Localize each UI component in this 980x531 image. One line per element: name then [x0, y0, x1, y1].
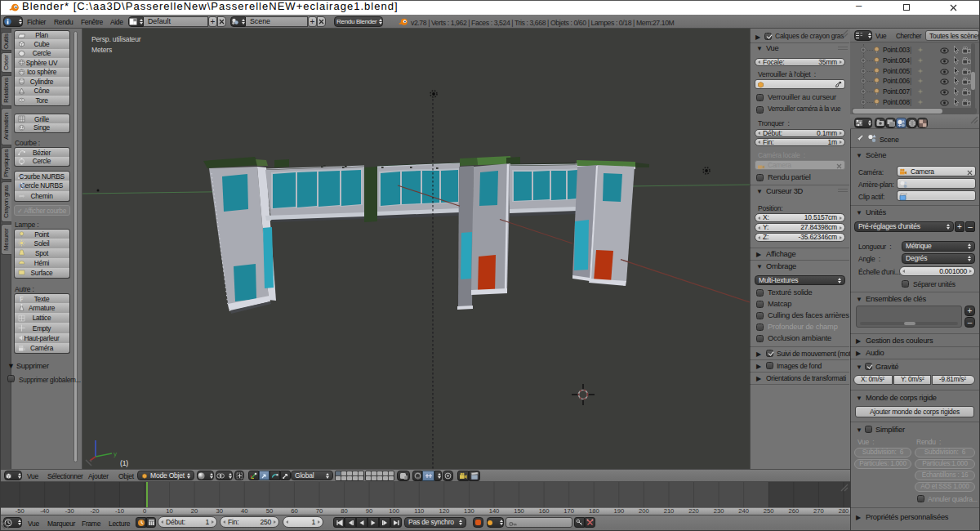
svg-text:-10: -10 — [115, 507, 124, 515]
svg-text:200: 200 — [639, 507, 649, 515]
svg-text:40: 40 — [241, 507, 247, 515]
svg-text:60: 60 — [291, 507, 297, 515]
svg-text:230: 230 — [714, 507, 724, 515]
svg-text:130: 130 — [464, 507, 474, 515]
svg-text:140: 140 — [489, 507, 500, 515]
svg-text:190: 190 — [613, 507, 624, 515]
svg-text:250: 250 — [764, 507, 774, 515]
svg-text:210: 210 — [664, 507, 675, 515]
svg-text:70: 70 — [316, 507, 323, 515]
svg-text:270: 270 — [813, 507, 824, 515]
svg-text:180: 180 — [589, 507, 599, 515]
svg-text:160: 160 — [539, 507, 550, 515]
svg-text:0: 0 — [143, 507, 146, 515]
svg-text:y: y — [114, 450, 117, 457]
svg-text:30: 30 — [216, 507, 222, 515]
svg-text:90: 90 — [366, 507, 372, 515]
svg-text:280: 280 — [839, 507, 849, 515]
svg-text:100: 100 — [389, 507, 399, 515]
svg-text:240: 240 — [738, 507, 749, 515]
svg-text:260: 260 — [788, 507, 799, 515]
svg-text:110: 110 — [414, 507, 424, 515]
svg-text:80: 80 — [341, 507, 347, 515]
svg-text:-20: -20 — [90, 507, 99, 515]
svg-text:220: 220 — [688, 507, 699, 515]
svg-text:-40: -40 — [40, 507, 49, 515]
svg-text:20: 20 — [191, 507, 198, 515]
svg-text:50: 50 — [266, 507, 273, 515]
svg-text:F: F — [20, 296, 24, 303]
svg-text:150: 150 — [514, 507, 524, 515]
svg-text:170: 170 — [564, 507, 574, 515]
svg-text:-50: -50 — [16, 507, 24, 515]
svg-text:10: 10 — [166, 507, 172, 515]
svg-text:-30: -30 — [65, 507, 74, 515]
svg-text:120: 120 — [439, 507, 449, 515]
